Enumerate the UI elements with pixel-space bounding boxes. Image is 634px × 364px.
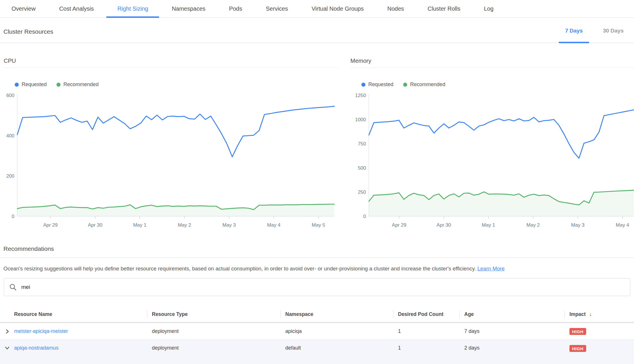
charts-row: CPU Requested Recommended 0200400600Apr … <box>0 58 634 232</box>
impact-cell: HIGH <box>565 328 634 335</box>
svg-text:250: 250 <box>358 189 366 195</box>
impact-cell: HIGH <box>565 345 634 352</box>
svg-text:May 2: May 2 <box>178 222 191 228</box>
section-title: Cluster Resources <box>3 28 53 43</box>
memory-chart-title: Memory <box>350 58 634 68</box>
desired-pod-count-cell: 1 <box>393 345 459 351</box>
legend-requested: Requested <box>15 81 47 88</box>
search-input[interactable] <box>21 284 625 290</box>
cluster-resources-header: Cluster Resources 7 Days 30 Days <box>0 18 634 43</box>
tab-services[interactable]: Services <box>255 0 299 17</box>
svg-text:400: 400 <box>6 133 14 139</box>
svg-text:May 1: May 1 <box>482 222 495 228</box>
resource-name-cell: meister-apiciqa-meister <box>14 328 147 334</box>
svg-text:750: 750 <box>358 141 366 147</box>
resource-name-link[interactable]: apiqa-nostradamus <box>14 345 59 351</box>
search-icon <box>9 283 17 291</box>
resource-type-cell: deployment <box>147 345 280 351</box>
recommended-dot-icon <box>403 83 407 87</box>
sort-descending-icon[interactable]: ↓ <box>589 311 592 317</box>
tab-cost-analysis[interactable]: Cost Analysis <box>48 0 105 17</box>
description-text: Ocean's resizing suggestions will help y… <box>3 266 476 272</box>
column-impact[interactable]: Impact ↓ <box>565 306 634 322</box>
expander-column-header <box>0 306 14 322</box>
tab-namespaces[interactable]: Namespaces <box>161 0 216 17</box>
desired-pod-count-cell: 1 <box>393 328 459 334</box>
column-desired-pod-count[interactable]: Desired Pod Count <box>393 306 459 322</box>
svg-text:0: 0 <box>363 214 366 219</box>
svg-text:May 2: May 2 <box>527 222 540 228</box>
column-impact-label: Impact <box>569 311 586 317</box>
table-header: Resource Name Resource Type Namespace De… <box>0 306 634 323</box>
resource-name-link[interactable]: meister-apiciqa-meister <box>14 328 68 334</box>
chevron-right-icon[interactable] <box>0 323 14 340</box>
legend-recommended: Recommended <box>403 81 445 88</box>
table-row[interactable]: apiqa-nostradamus deployment default 1 2… <box>0 340 634 364</box>
svg-text:May 4: May 4 <box>616 222 629 228</box>
svg-text:0: 0 <box>12 214 14 219</box>
svg-text:1000: 1000 <box>355 117 366 122</box>
legend-requested-label: Requested <box>22 81 47 88</box>
impact-high-badge: HIGH <box>569 328 586 335</box>
memory-chart-panel: Memory Requested Recommended 02505007501… <box>350 58 634 232</box>
cpu-chart-title: CPU <box>4 58 338 68</box>
recommendations-description: Ocean's resizing suggestions will help y… <box>3 266 631 272</box>
column-resource-name[interactable]: Resource Name <box>14 306 147 322</box>
svg-text:May 4: May 4 <box>267 222 280 228</box>
age-cell: 2 days <box>459 345 565 351</box>
resource-type-cell: deployment <box>147 328 280 334</box>
recommendations-title: Recommendations <box>3 245 631 252</box>
svg-text:May 1: May 1 <box>133 222 146 228</box>
tab-cluster-rolls[interactable]: Cluster Rolls <box>417 0 471 17</box>
svg-text:Apr 29: Apr 29 <box>43 222 58 228</box>
legend-recommended: Recommended <box>56 81 99 88</box>
impact-high-badge: HIGH <box>569 345 586 352</box>
divider <box>0 257 634 258</box>
svg-text:Apr 30: Apr 30 <box>437 222 451 228</box>
range-7-days[interactable]: 7 Days <box>559 28 589 43</box>
requested-dot-icon <box>15 83 19 87</box>
legend-requested: Requested <box>361 81 393 88</box>
range-30-days[interactable]: 30 Days <box>597 28 630 43</box>
column-namespace[interactable]: Namespace <box>280 306 393 322</box>
column-resource-type[interactable]: Resource Type <box>147 306 280 322</box>
table-row[interactable]: meister-apiciqa-meister deployment apici… <box>0 323 634 340</box>
tab-log[interactable]: Log <box>473 0 504 17</box>
tab-bar: Overview Cost Analysis Right Sizing Name… <box>0 0 634 18</box>
memory-legend: Requested Recommended <box>361 81 634 88</box>
svg-text:Apr 29: Apr 29 <box>392 222 406 228</box>
svg-text:200: 200 <box>6 173 14 179</box>
search-box[interactable] <box>4 278 630 296</box>
svg-text:1250: 1250 <box>355 93 366 98</box>
svg-text:600: 600 <box>6 93 14 98</box>
time-range-toggle: 7 Days 30 Days <box>559 28 630 43</box>
cpu-chart-panel: CPU Requested Recommended 0200400600Apr … <box>4 58 338 232</box>
svg-text:May 5: May 5 <box>312 222 325 228</box>
namespace-cell: default <box>280 345 393 351</box>
age-cell: 7 days <box>459 328 565 334</box>
recommendations-header: Recommendations <box>0 245 634 252</box>
chevron-down-icon[interactable] <box>0 345 14 351</box>
tab-virtual-node-groups[interactable]: Virtual Node Groups <box>301 0 375 17</box>
tab-nodes[interactable]: Nodes <box>376 0 415 17</box>
tab-overview[interactable]: Overview <box>1 0 46 17</box>
namespace-cell: apiciqa <box>280 328 393 334</box>
tab-pods[interactable]: Pods <box>218 0 253 17</box>
requested-dot-icon <box>361 83 365 87</box>
cpu-chart: 0200400600Apr 29Apr 30May 1May 2May 3May… <box>4 91 338 232</box>
learn-more-link[interactable]: Learn More <box>478 266 505 272</box>
legend-recommended-label: Recommended <box>410 81 445 88</box>
legend-requested-label: Requested <box>368 81 393 88</box>
svg-text:May 3: May 3 <box>571 222 584 228</box>
recommended-dot-icon <box>56 83 61 87</box>
resource-name-cell: apiqa-nostradamus <box>14 345 147 351</box>
memory-chart: 025050075010001250Apr 29Apr 30May 1May 2… <box>350 91 634 232</box>
svg-text:500: 500 <box>358 165 366 171</box>
svg-text:May 3: May 3 <box>222 222 236 228</box>
legend-recommended-label: Recommended <box>63 81 99 88</box>
recommendations-table: Resource Name Resource Type Namespace De… <box>0 306 634 364</box>
tab-right-sizing[interactable]: Right Sizing <box>106 0 159 17</box>
svg-text:Apr 30: Apr 30 <box>88 222 102 228</box>
column-age[interactable]: Age <box>459 306 565 322</box>
cpu-legend: Requested Recommended <box>15 81 338 88</box>
